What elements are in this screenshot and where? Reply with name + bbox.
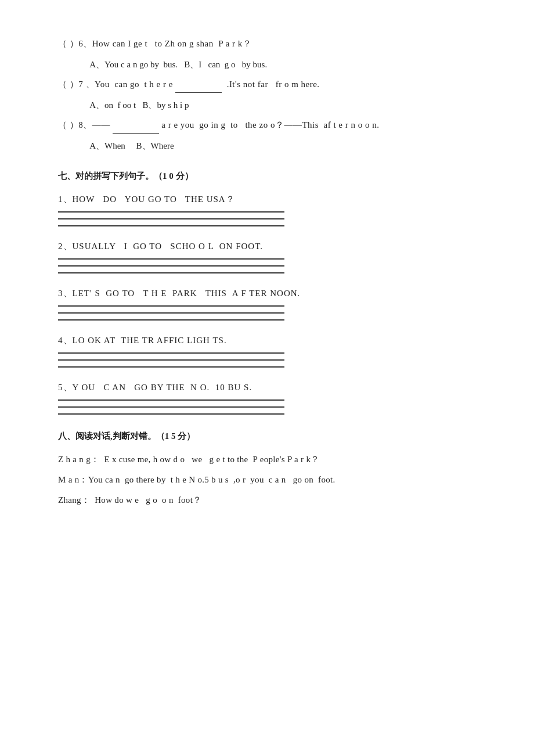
write-lines-2: [58, 258, 488, 273]
write-line: [58, 319, 284, 321]
write-line: [58, 359, 284, 361]
question-6: （ ）6、How can I ge t to Zh on g shan P a …: [58, 35, 488, 52]
question-7-answers: A、on f oo t B、by s h i p: [81, 96, 488, 114]
multiple-choice-section: （ ）6、How can I ge t to Zh on g shan P a …: [58, 35, 488, 154]
write-lines-4: [58, 352, 488, 368]
question-8: （ ）8、—— a r e you go in g to the zo o？——…: [58, 116, 488, 134]
copy-item-3: 3、LET' S GO TO T H E PARK THIS A F TER N…: [58, 284, 488, 303]
write-line: [58, 366, 284, 368]
write-line: [58, 272, 284, 273]
page-content: （ ）6、How can I ge t to Zh on g shan P a …: [58, 35, 488, 510]
write-line: [58, 305, 284, 307]
copy-item-2: 2、USUALLY I GO TO SCHO O L ON FOOT.: [58, 237, 488, 256]
copy-item-1: 1、HOW DO YOU GO TO THE USA？: [58, 190, 488, 209]
write-line: [58, 352, 284, 354]
write-line: [58, 406, 284, 408]
write-lines-1: [58, 211, 488, 226]
write-line: [58, 265, 284, 267]
write-line: [58, 399, 284, 401]
write-line: [58, 312, 284, 314]
write-lines-5: [58, 399, 488, 415]
write-line: [58, 225, 284, 226]
write-line: [58, 413, 284, 415]
write-lines-3: [58, 305, 488, 321]
reading-line-1: Z h a n g： E x cuse me, h ow d o we g e …: [58, 450, 488, 469]
section-8-title: 八、阅读对话,判断对错。（1 5 分）: [58, 429, 488, 444]
write-line: [58, 258, 284, 260]
section-8: 八、阅读对话,判断对错。（1 5 分） Z h a n g： E x cuse …: [58, 429, 488, 510]
reading-line-2: M a n：You ca n go there by t h e N o.5 b…: [58, 470, 488, 489]
question-7: （ ）7 、You can go t h e r e .It's not far…: [58, 75, 488, 93]
section-7-title: 七、对的拼写下列句子。（1 0 分）: [58, 168, 488, 184]
copy-item-4: 4、LO OK AT THE TR AFFIC LIGH TS.: [58, 331, 488, 350]
reading-line-3: Zhang： How do w e g o o n foot？: [58, 491, 488, 510]
copy-item-5: 5、Y OU C AN GO BY THE N O. 10 BU S.: [58, 378, 488, 397]
question-8-answers: A、When B、Where: [81, 137, 488, 154]
question-6-answers: A、You c a n go by bus. B、I can g o by bu…: [81, 56, 488, 73]
write-line: [58, 211, 284, 213]
section-7: 七、对的拼写下列句子。（1 0 分） 1、HOW DO YOU GO TO TH…: [58, 168, 488, 415]
write-line: [58, 218, 284, 219]
